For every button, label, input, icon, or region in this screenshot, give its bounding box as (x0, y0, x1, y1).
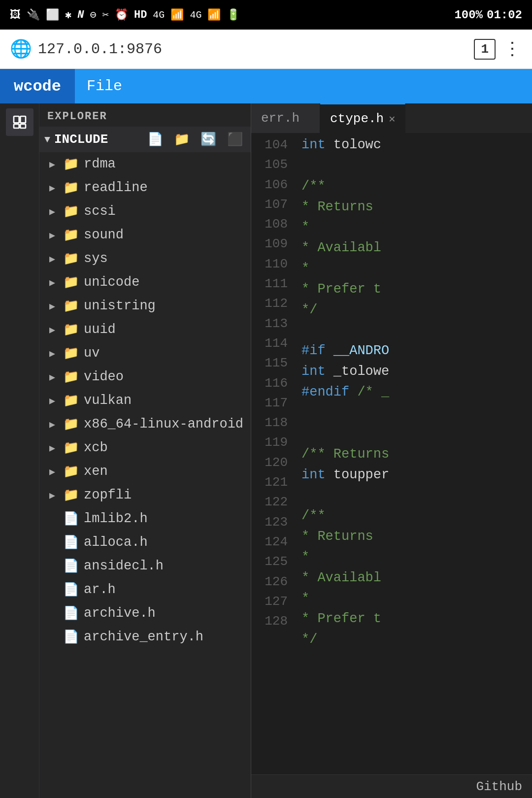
sidebar: EXPLORER ▼ INCLUDE 📄 📁 🔄 ⬛ ▶ 📁 rdma ▶ 📁 … (39, 103, 251, 798)
list-item[interactable]: ▶ 📁 uuid (39, 318, 251, 341)
tab-close-icon[interactable]: ✕ (389, 112, 395, 126)
list-item[interactable]: ▶ 📁 video (39, 365, 251, 389)
signal1-icon: 📶 (170, 8, 184, 22)
tab-count-badge[interactable]: 1 (474, 39, 496, 60)
list-item[interactable]: ▶ 📁 xcb (39, 436, 251, 460)
folder-name: uuid (84, 322, 116, 337)
folder-arrow-icon: ▶ (49, 300, 58, 312)
activity-bar (0, 103, 39, 798)
folder-name: readline (84, 180, 148, 195)
folder-icon: 📁 (63, 274, 79, 290)
status-bar: 🖼 🔌 ⬜ ✱ N ⊖ ✂ ⏰ HD 4G 📶 4G 📶 🔋 100% 01:0… (0, 0, 532, 30)
new-folder-icon[interactable]: 📁 (171, 131, 193, 148)
folder-arrow-icon: ▶ (49, 182, 58, 194)
code-line: * Availabl (301, 238, 532, 259)
folder-icon: 📁 (63, 322, 79, 337)
include-section-header[interactable]: ▼ INCLUDE 📄 📁 🔄 ⬛ (39, 127, 251, 152)
explorer-header: EXPLORER (39, 103, 251, 127)
new-file-icon[interactable]: 📄 (144, 131, 166, 148)
folder-arrow-icon: ▶ (49, 276, 58, 289)
browser-menu-button[interactable]: ⋮ (503, 38, 522, 60)
list-item[interactable]: 📄 archive.h (39, 601, 251, 625)
main-layout: EXPLORER ▼ INCLUDE 📄 📁 🔄 ⬛ ▶ 📁 rdma ▶ 📁 … (0, 103, 532, 798)
folder-arrow-icon: ▶ (49, 158, 58, 170)
folder-icon: 📁 (63, 393, 79, 408)
folder-name: unicode (84, 275, 139, 290)
folder-name: xcb (84, 440, 108, 455)
code-line: * Returns (301, 527, 532, 547)
file-name: ar.h (84, 582, 116, 597)
file-icon: 📄 (63, 511, 79, 527)
file-icon: 📄 (63, 534, 79, 550)
tab-errh[interactable]: err.h (251, 103, 320, 133)
folder-icon: 📁 (63, 464, 79, 479)
nfc-icon: N (77, 9, 84, 21)
code-line (301, 485, 532, 506)
list-item[interactable]: 📄 ar.h (39, 578, 251, 601)
code-line: int toupper (301, 465, 532, 486)
code-line: /** (301, 506, 532, 527)
list-item[interactable]: 📄 alloca.h (39, 531, 251, 554)
list-item[interactable]: ▶ 📁 uv (39, 341, 251, 365)
mute-icon: ✂ (102, 8, 109, 22)
code-line: * Availabl (301, 568, 532, 589)
battery-percent: 100% (454, 8, 483, 22)
folder-icon: 📁 (63, 203, 79, 219)
code-line: * (301, 547, 532, 568)
explorer-activity-icon[interactable] (6, 108, 33, 136)
status-icons: 🖼 🔌 ⬜ ✱ N ⊖ ✂ ⏰ HD 4G 📶 4G 📶 🔋 (10, 8, 240, 22)
status-right: 100% 01:02 (454, 8, 522, 22)
list-item[interactable]: ▶ 📁 scsi (39, 200, 251, 223)
folder-name: vulkan (84, 393, 132, 408)
file-name: ansidecl.h (84, 559, 164, 573)
list-item[interactable]: ▶ 📁 xen (39, 460, 251, 483)
folder-arrow-icon: ▶ (49, 347, 58, 360)
list-item[interactable]: ▶ 📁 sys (39, 247, 251, 270)
code-line: /** (301, 176, 532, 197)
list-item[interactable]: ▶ 📁 unistring (39, 294, 251, 318)
usb-icon: 🔌 (27, 8, 40, 22)
code-line (301, 321, 532, 341)
list-item[interactable]: ▶ 📁 unicode (39, 270, 251, 294)
code-line: * (301, 259, 532, 279)
collapse-all-icon[interactable]: ⬛ (224, 131, 246, 148)
folder-icon: 📁 (63, 298, 79, 314)
github-link[interactable]: Github (476, 779, 522, 794)
folder-name: zopfli (84, 488, 132, 502)
list-item[interactable]: ▶ 📁 sound (39, 223, 251, 247)
list-item[interactable]: ▶ 📁 vulkan (39, 389, 251, 412)
wcode-label[interactable]: wcode (0, 69, 75, 103)
folder-name: xen (84, 464, 108, 479)
browser-actions: 1 ⋮ (474, 38, 522, 60)
alarm-icon: ⏰ (115, 8, 128, 22)
tab-ctypeh[interactable]: ctype.h ✕ (320, 103, 405, 133)
file-menu[interactable]: File (75, 78, 134, 95)
url-bar[interactable]: 🌐 127.0.0.1:9876 (10, 38, 474, 60)
collapse-triangle-icon[interactable]: ▼ (44, 134, 50, 145)
list-item[interactable]: 📄 archive_entry.h (39, 625, 251, 649)
dnd-icon: ⊖ (90, 8, 96, 22)
code-line: */ (301, 630, 532, 650)
folder-icon: 📁 (63, 487, 79, 503)
code-line: * Prefer t (301, 279, 532, 300)
hd-label: HD (134, 9, 147, 21)
list-item[interactable]: ▶ 📁 readline (39, 176, 251, 200)
list-item[interactable]: ▶ 📁 x86_64-linux-android (39, 412, 251, 436)
screen-icon: ⬜ (46, 8, 59, 22)
code-line: int _tolowe (301, 362, 532, 382)
list-item[interactable]: 📄 lmlib2.h (39, 507, 251, 531)
battery-icon: 🔋 (227, 8, 240, 22)
line-numbers: 104 105 106 107 108 109 110 111 112 113 … (251, 133, 296, 774)
code-line: #endif /* _ (301, 382, 532, 403)
list-item[interactable]: 📄 ansidecl.h (39, 554, 251, 578)
file-name: archive.h (84, 606, 156, 621)
code-line (301, 424, 532, 444)
refresh-icon[interactable]: 🔄 (198, 131, 219, 148)
list-item[interactable]: ▶ 📁 zopfli (39, 483, 251, 507)
folder-name: unistring (84, 299, 156, 313)
code-line: #if __ANDRO (301, 341, 532, 362)
tab-label: err.h (261, 111, 299, 126)
url-text: 127.0.0.1:9876 (38, 41, 162, 58)
list-item[interactable]: ▶ 📁 rdma (39, 152, 251, 176)
4g-label1: 4G (153, 9, 165, 21)
